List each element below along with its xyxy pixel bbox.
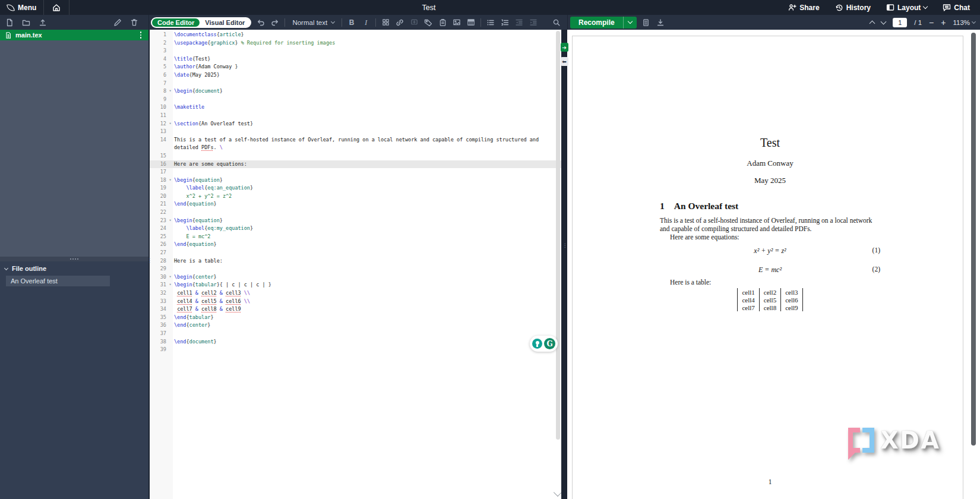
fold-caret-icon[interactable]: ▾	[166, 120, 174, 128]
fold-caret-icon[interactable]: ▾	[166, 87, 174, 96]
undo-button[interactable]	[256, 18, 265, 27]
insert-label-tag-button[interactable]	[423, 18, 433, 27]
file-tree-item-main-tex[interactable]: main.tex	[0, 30, 148, 40]
code-line[interactable]: 2\usepackage{graphicx} % Required for in…	[150, 39, 561, 48]
code-line[interactable]: 9	[150, 96, 561, 104]
chat-button[interactable]: Chat	[936, 0, 976, 15]
code-line[interactable]: 20 x^2 + y^2 = z^2	[150, 192, 561, 201]
compile-logs-button[interactable]	[641, 18, 651, 27]
increase-indent-button[interactable]	[529, 18, 538, 27]
next-page-button[interactable]	[881, 19, 887, 25]
download-pdf-button[interactable]	[656, 18, 665, 27]
code-line[interactable]: 38\end{document}	[150, 338, 561, 346]
code-line[interactable]: 1\documentclass{article}	[150, 31, 561, 39]
new-file-button[interactable]	[5, 18, 14, 27]
grammarly-g-icon[interactable]: G	[544, 338, 555, 349]
code-line[interactable]: 21\end{equation}	[150, 200, 561, 209]
fold-caret-icon[interactable]: ▾	[166, 281, 174, 289]
code-line[interactable]: 19 \label{eq:an_equation}	[150, 184, 561, 192]
code-line[interactable]: 39	[150, 346, 561, 354]
file-tree-empty-area[interactable]	[0, 40, 148, 257]
outline-resize-handle[interactable]	[0, 257, 148, 261]
code-line[interactable]: detailed PDFs. \	[150, 144, 561, 152]
zoom-level-dropdown[interactable]: 113%	[953, 19, 975, 26]
code-line[interactable]: 36\end{center}	[150, 321, 561, 330]
fold-caret-icon[interactable]: ▾	[166, 273, 174, 282]
code-line[interactable]: 18▾\begin{equation}	[150, 176, 561, 185]
code-line[interactable]: 33 cell4 & cell5 & cell6 \\	[150, 298, 561, 306]
code-line[interactable]: 34 cell7 & cell8 & cell9	[150, 305, 561, 314]
code-line[interactable]: 26\end{equation}	[150, 241, 561, 249]
code-line[interactable]: 10\maketitle	[150, 103, 561, 112]
numbered-list-button[interactable]	[500, 18, 510, 27]
menu-button[interactable]: Menu	[0, 0, 43, 15]
visual-editor-tab[interactable]: Visual Editor	[200, 18, 250, 27]
italic-button[interactable]: I	[361, 18, 371, 27]
page-number-input[interactable]	[893, 18, 907, 27]
insert-table-button[interactable]	[466, 18, 476, 27]
redo-button[interactable]	[270, 18, 280, 27]
code-line[interactable]: 7	[150, 80, 561, 88]
outline-item[interactable]: An Overleaf test	[6, 276, 110, 286]
fold-caret-icon[interactable]: ▾	[166, 176, 174, 185]
code-line[interactable]: 23▾\begin{equation}	[150, 217, 561, 225]
file-menu-kebab-icon[interactable]	[138, 30, 144, 40]
code-line[interactable]: 29	[150, 265, 561, 273]
pdf-scrollbar-thumb[interactable]	[971, 33, 976, 446]
code-line[interactable]: 6\date{May 2025}	[150, 71, 561, 80]
code-line[interactable]: 28Here is a table:	[150, 257, 561, 266]
code-line[interactable]: 37	[150, 330, 561, 338]
zoom-out-button[interactable]: −	[929, 18, 934, 27]
bold-button[interactable]: B	[347, 18, 356, 27]
code-line[interactable]: 22	[150, 209, 561, 217]
code-line[interactable]: 35\end{tabular}	[150, 314, 561, 322]
delete-trash-button[interactable]	[129, 18, 139, 27]
suggestion-bulb-icon[interactable]	[532, 339, 542, 349]
code-line[interactable]: 8▾\begin{document}	[150, 87, 561, 96]
file-outline-header[interactable]: File outline	[0, 261, 148, 274]
code-line[interactable]: 27	[150, 249, 561, 257]
upload-button[interactable]	[38, 18, 48, 27]
rename-pencil-button[interactable]	[113, 18, 122, 27]
history-button[interactable]: History	[829, 0, 877, 15]
previous-page-button[interactable]	[870, 21, 875, 27]
layout-button[interactable]: Layout	[880, 0, 934, 15]
add-comment-button[interactable]	[409, 18, 419, 27]
code-line[interactable]: 32 cell1 & cell2 & cell3 \\	[150, 289, 561, 298]
insert-link-button[interactable]	[395, 18, 404, 27]
code-line[interactable]: 12▾\section{An Overleaf test}	[150, 120, 561, 128]
bullet-list-button[interactable]	[486, 18, 495, 27]
code-line[interactable]: 17	[150, 168, 561, 176]
sync-to-code-button[interactable]: ⬅	[561, 57, 568, 66]
recompile-dropdown[interactable]	[624, 17, 637, 29]
code-line[interactable]: 16Here are some equations:	[150, 160, 561, 169]
code-editor-pane[interactable]: 1\documentclass{article}2\usepackage{gra…	[150, 30, 561, 499]
code-line[interactable]: 4\title{Test}	[150, 55, 561, 64]
fold-caret-icon[interactable]: ▾	[166, 217, 174, 225]
paste-button[interactable]	[438, 18, 447, 27]
sync-to-pdf-button[interactable]: ➔	[561, 43, 568, 52]
share-button[interactable]: Share	[782, 0, 826, 15]
editor-pdf-divider[interactable]: ➔ ⬅ ⋮	[561, 15, 567, 499]
decrease-indent-button[interactable]	[514, 18, 524, 27]
code-line[interactable]: 5\author{Adam Conway }	[150, 63, 561, 71]
editor-scroll-down-icon[interactable]	[554, 488, 561, 497]
code-editor-tab[interactable]: Code Editor	[152, 18, 200, 27]
code-line[interactable]: 30▾\begin{center}	[150, 273, 561, 282]
search-button[interactable]	[552, 18, 561, 27]
zoom-in-button[interactable]: +	[941, 18, 946, 27]
home-button[interactable]	[43, 0, 69, 15]
code-line[interactable]: 13	[150, 128, 561, 136]
new-folder-button[interactable]	[21, 18, 31, 27]
insert-math-button[interactable]	[381, 18, 390, 27]
code-line[interactable]: 11	[150, 112, 561, 120]
sidebar-editor-divider[interactable]: ⋮	[148, 30, 150, 499]
code-line[interactable]: 3	[150, 47, 561, 55]
code-line[interactable]: 14This is a test of a self-hosted instan…	[150, 136, 561, 144]
code-line[interactable]: 24 \label{eq:my_equation}	[150, 225, 561, 233]
paragraph-style-dropdown[interactable]: Normal text	[290, 19, 337, 26]
code-line[interactable]: 25 E = mc^2	[150, 233, 561, 241]
recompile-button[interactable]: Recompile	[570, 17, 623, 29]
insert-figure-button[interactable]	[452, 18, 461, 27]
editor-scrollbar-thumb[interactable]	[556, 31, 560, 440]
